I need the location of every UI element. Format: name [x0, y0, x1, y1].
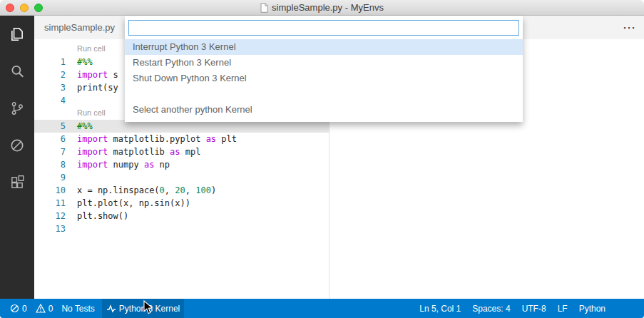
status-bar: 0 0 No Tests Python 3 Kernel — [0, 299, 644, 318]
warning-icon — [36, 304, 46, 313]
line-number: 10 — [34, 184, 66, 197]
language-mode[interactable]: Python — [573, 299, 611, 318]
zoom-window-button[interactable] — [34, 4, 43, 12]
kernel-label: Python 3 Kernel — [119, 304, 180, 314]
document-proxy-icon — [260, 3, 268, 13]
line-number: 7 — [34, 145, 66, 158]
eol-sequence[interactable]: LF — [552, 299, 573, 318]
activity-bar-item-extensions[interactable] — [0, 164, 34, 201]
line-number: 6 — [34, 133, 66, 145]
extensions-icon — [9, 175, 25, 190]
code-line: plt.show() — [77, 210, 128, 222]
statusbar-right: Ln 5, Col 1 Spaces: 4 UTF-8 LF Python — [414, 299, 644, 318]
quick-pick-input[interactable] — [128, 20, 519, 36]
line-number: 11 — [34, 197, 66, 210]
line-number: 12 — [34, 210, 66, 222]
code-row: 9 — [34, 171, 644, 184]
line-number: 1 — [34, 56, 66, 68]
quick-pick-separator — [125, 86, 523, 102]
activity-bar-item-explorer[interactable] — [0, 16, 34, 53]
code-line: import s — [77, 68, 118, 81]
more-actions-icon: ⋯ — [623, 20, 635, 36]
activity-bar — [0, 16, 34, 299]
statusbar-left: 0 0 No Tests Python 3 Kernel — [0, 299, 184, 318]
kernel-icon — [106, 304, 116, 313]
line-number: 8 — [34, 158, 66, 171]
titlebar: simpleSample.py - MyEnvs — [0, 0, 644, 16]
tab-label: simpleSample.py — [44, 22, 115, 33]
error-icon — [10, 304, 19, 313]
kernel-selector[interactable]: Python 3 Kernel — [102, 299, 184, 318]
quick-pick-item[interactable]: Restart Python 3 Kernel — [125, 55, 523, 71]
code-row: 10x = np.linspace(0, 20, 100) — [34, 184, 644, 197]
code-row: 12plt.show() — [34, 210, 644, 222]
more-actions-button[interactable]: ⋯ — [623, 16, 635, 39]
code-line: print(sy — [77, 81, 118, 94]
code-line: import matplotlib.pyplot as plt — [77, 133, 237, 145]
code-line: x = np.linspace(0, 20, 100) — [77, 184, 216, 197]
explorer-icon — [9, 26, 25, 42]
run-cell-codelens[interactable]: Run cell — [77, 107, 106, 120]
indentation[interactable]: Spaces: 4 — [466, 299, 516, 318]
vscode-window: simpleSample.py - MyEnvs — [0, 0, 644, 318]
code-line: import matplotlib as mpl — [77, 145, 200, 158]
tab-simplesample-py[interactable]: simpleSample.py — [34, 16, 125, 39]
cursor-position[interactable]: Ln 5, Col 1 — [414, 299, 466, 318]
line-number — [34, 107, 66, 120]
close-window-button[interactable] — [6, 4, 14, 12]
traffic-lights — [6, 4, 43, 12]
minimize-window-button[interactable] — [20, 4, 29, 12]
line-number: 9 — [34, 171, 66, 184]
source-control-icon — [9, 101, 25, 116]
search-icon — [9, 63, 25, 79]
line-number: 2 — [34, 68, 66, 81]
code-line: #%% — [77, 56, 93, 68]
line-number: 4 — [34, 94, 66, 107]
code-row: 7import matplotlib as mpl — [34, 145, 644, 158]
quick-pick-list: Interrupt Python 3 KernelRestart Python … — [125, 39, 523, 118]
code-row: 8import numpy as np — [34, 158, 644, 171]
activity-bar-item-source-control[interactable] — [0, 90, 34, 127]
window-title-area: simpleSample.py - MyEnvs — [260, 2, 384, 13]
line-number — [34, 43, 66, 56]
activity-bar-item-debug[interactable] — [0, 127, 34, 164]
code-row: 11plt.plot(x, np.sin(x)) — [34, 197, 644, 210]
window-title: simpleSample.py - MyEnvs — [272, 2, 384, 13]
kernel-quick-pick: Interrupt Python 3 KernelRestart Python … — [125, 16, 523, 122]
test-status[interactable]: No Tests — [57, 299, 98, 318]
line-number: 13 — [34, 222, 66, 235]
problems-warnings[interactable]: 0 — [31, 299, 58, 318]
test-status-label: No Tests — [61, 304, 94, 314]
quick-pick-item[interactable]: Shut Down Python 3 Kernel — [125, 71, 523, 86]
line-number: 3 — [34, 81, 66, 94]
quick-pick-item[interactable]: Interrupt Python 3 Kernel — [125, 39, 523, 55]
code-row: 6import matplotlib.pyplot as plt — [34, 133, 644, 145]
code-line: #%% — [77, 120, 93, 133]
quick-pick-input-wrap — [125, 16, 523, 39]
code-line: plt.plot(x, np.sin(x)) — [77, 197, 190, 210]
warning-count: 0 — [48, 304, 53, 314]
error-count: 0 — [22, 304, 27, 314]
activity-bar-item-search[interactable] — [0, 53, 34, 90]
code-line: import numpy as np — [77, 158, 170, 171]
encoding[interactable]: UTF-8 — [516, 299, 552, 318]
code-row: 13 — [34, 222, 644, 235]
debug-icon — [9, 138, 25, 153]
run-cell-codelens[interactable]: Run cell — [77, 43, 106, 56]
line-number: 5 — [34, 120, 66, 133]
problems-errors[interactable]: 0 — [6, 299, 31, 318]
quick-pick-item[interactable]: Select another python Kernel — [125, 102, 523, 118]
